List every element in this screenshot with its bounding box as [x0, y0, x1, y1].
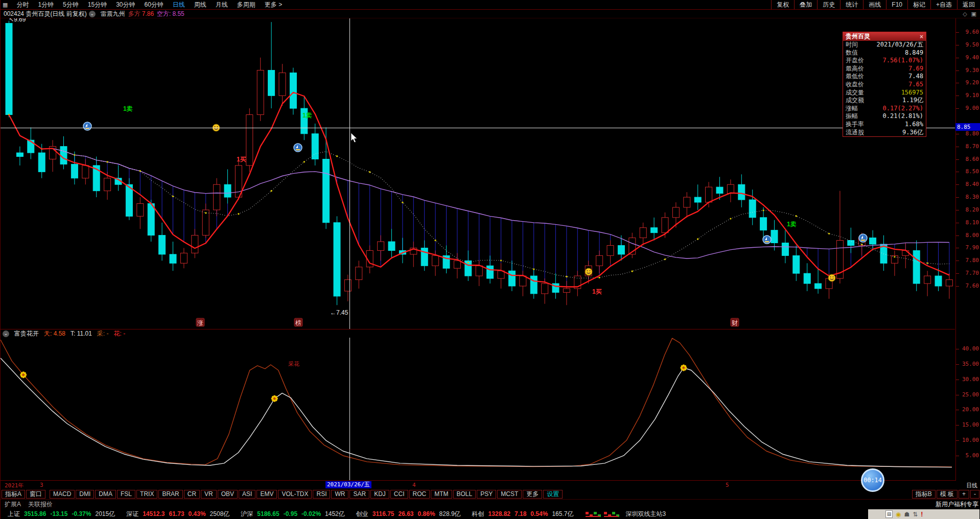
- pattern-shortcut-icon[interactable]: [604, 511, 619, 517]
- stock-code-name[interactable]: 002424 贵州百灵(日线 前复权): [4, 10, 87, 18]
- toolbar-button[interactable]: 历史: [817, 0, 840, 9]
- tab-窗口[interactable]: 窗口: [26, 490, 45, 499]
- promo-link[interactable]: 新用户福利专享: [936, 500, 978, 509]
- tab-indicator[interactable]: OBV: [218, 490, 238, 499]
- main-chart-canvas[interactable]: 1卖1卖1卖1买1买涨榜财↖9.69←7.45采花采花采花: [1, 0, 980, 519]
- index-quote[interactable]: 上证3515.86-13.15-0.37%2015亿: [8, 510, 119, 518]
- tab-indicator[interactable]: DMA: [95, 490, 116, 499]
- tab-indicator[interactable]: CCI: [390, 490, 408, 499]
- coin-icon[interactable]: ◉: [896, 511, 901, 518]
- info-row-label: 换手率: [846, 121, 864, 129]
- tab-indicator[interactable]: 设置: [543, 490, 563, 499]
- menu-item-period[interactable]: 多周期: [232, 1, 260, 9]
- index-value: 3515.86: [24, 510, 46, 517]
- toolbar-button[interactable]: 统计: [840, 0, 863, 9]
- tab-right[interactable]: -: [970, 490, 979, 499]
- tab-indicator[interactable]: ASI: [239, 490, 255, 499]
- tab-indicator[interactable]: PSY: [477, 490, 496, 499]
- tab-indicator[interactable]: FSL: [117, 490, 135, 499]
- seal-badge: 涨: [196, 318, 204, 326]
- extension-tab[interactable]: 扩展A: [2, 501, 24, 508]
- toolbar-button[interactable]: 复权: [771, 0, 794, 9]
- long-side-label: 多方: [128, 10, 141, 18]
- index-quote[interactable]: 深证14512.361.730.43%2508亿: [126, 510, 234, 518]
- info-row: 换手率1.68%: [843, 121, 926, 129]
- menu-item-period[interactable]: 15分钟: [83, 1, 111, 9]
- axis-tick: [956, 364, 959, 365]
- menu-item-period[interactable]: 更多 >: [260, 1, 287, 9]
- info-row: 涨幅0.17(2.27%): [843, 105, 926, 113]
- tab-indicator[interactable]: TRIX: [136, 490, 157, 499]
- index-change: -13.15: [50, 510, 67, 517]
- hotkey-icons[interactable]: [586, 511, 619, 517]
- toolbar-button[interactable]: F10: [886, 0, 907, 9]
- chevron-down-icon[interactable]: ⌄: [89, 11, 96, 17]
- tab-indicator[interactable]: KDJ: [370, 490, 389, 499]
- sub-indicator-header: ⌄ 富贵花开 天: 4.58T: 11.01采: -花: -: [1, 329, 955, 338]
- sub-indicator-values: 天: 4.58T: 11.01采: -花: -: [44, 329, 130, 338]
- tab-right[interactable]: 模 板: [937, 490, 958, 499]
- info-row-value: 0.17(2.27%): [883, 105, 923, 113]
- sailboat-icon: [763, 235, 771, 244]
- index-quote[interactable]: 科创1328.827.180.54%165.7亿: [472, 510, 578, 518]
- index-change: 26.63: [399, 510, 414, 517]
- tab-indicator[interactable]: VOL-TDX: [278, 490, 312, 499]
- diamond-icon[interactable]: ◇: [963, 11, 967, 17]
- menu-item-period[interactable]: 1分钟: [33, 1, 58, 9]
- menu-item-period[interactable]: 分时: [12, 1, 33, 9]
- tab-indicator[interactable]: EMV: [256, 490, 277, 499]
- toolbar-button[interactable]: 叠加: [794, 0, 817, 9]
- tab-indicator[interactable]: CR: [184, 490, 200, 499]
- menu-item-period[interactable]: 60分钟: [140, 1, 168, 9]
- toolbar-button[interactable]: +自选: [930, 0, 957, 9]
- index-quote[interactable]: 创业3116.7526.630.86%828.9亿: [356, 510, 465, 518]
- app-grid-icon[interactable]: ▦: [3, 2, 8, 8]
- menu-item-period[interactable]: 月线: [211, 1, 232, 9]
- tab-indicator[interactable]: VR: [201, 490, 217, 499]
- collapse-icon[interactable]: ⌄: [3, 331, 9, 337]
- tab-indicator[interactable]: MACD: [50, 490, 75, 499]
- tab-指标A[interactable]: 指标A: [2, 490, 25, 499]
- axis-tick: [956, 410, 959, 410]
- pattern-shortcut-icon[interactable]: [586, 511, 601, 517]
- tab-indicator[interactable]: SAR: [349, 490, 369, 499]
- toolbar-button[interactable]: 返回: [957, 0, 980, 9]
- tab-indicator[interactable]: MCST: [497, 490, 522, 499]
- extension-tab[interactable]: 关联报价: [25, 501, 56, 508]
- price-axis-label: 7.70: [966, 270, 979, 276]
- tab-indicator[interactable]: WR: [331, 490, 348, 499]
- period-menu-items: 分时1分钟5分钟15分钟30分钟60分钟日线周线月线多周期更多 >: [12, 1, 287, 9]
- menu-item-period[interactable]: 5分钟: [58, 1, 83, 9]
- updown-arrows-icon[interactable]: ⇅: [913, 511, 918, 518]
- sub-indicator-param: 花: -: [114, 330, 126, 337]
- index-amount: 828.9亿: [439, 510, 461, 517]
- index-quote[interactable]: 沪深5186.65-0.95-0.02%1452亿: [241, 510, 348, 518]
- tab-indicator[interactable]: RSI: [313, 490, 330, 499]
- tab-indicator[interactable]: 更多: [523, 490, 542, 499]
- panel-split-icon[interactable]: ▣: [971, 11, 976, 17]
- menu-item-period[interactable]: 日线: [168, 1, 190, 9]
- toolbar-button[interactable]: 画线: [863, 0, 886, 9]
- server-name[interactable]: 深圳双线主站3: [625, 510, 666, 518]
- alert-icon[interactable]: !: [921, 511, 923, 518]
- tab-indicator[interactable]: MTM: [431, 490, 452, 499]
- tab-indicator[interactable]: BRAR: [158, 490, 182, 499]
- connection-icon[interactable]: ☗: [904, 511, 909, 518]
- month-tick-label: 5: [726, 482, 729, 488]
- tab-indicator[interactable]: ROC: [409, 490, 430, 499]
- toolbar-button[interactable]: 标记: [907, 0, 930, 9]
- seal-badge: 财: [731, 318, 739, 326]
- info-row-value: 8.849: [905, 49, 923, 57]
- tab-indicator[interactable]: DMI: [76, 490, 94, 499]
- close-icon[interactable]: ×: [920, 33, 923, 40]
- message-icon[interactable]: ▤: [885, 510, 893, 518]
- indicator-tab-bar: 指标A窗口 MACDDMIDMAFSLTRIXBRARCRVROBVASIEMV…: [1, 489, 980, 500]
- info-row-value: 7.56(1.07%): [883, 57, 923, 65]
- tab-right[interactable]: 指标B: [912, 490, 936, 499]
- tab-indicator[interactable]: BOLL: [453, 490, 476, 499]
- menu-item-period[interactable]: 周线: [190, 1, 211, 9]
- index-pct: -0.02%: [301, 510, 321, 517]
- menu-item-period[interactable]: 30分钟: [111, 1, 139, 9]
- tab-right[interactable]: +: [959, 490, 969, 499]
- sub-indicator-name[interactable]: 富贵花开: [14, 329, 39, 338]
